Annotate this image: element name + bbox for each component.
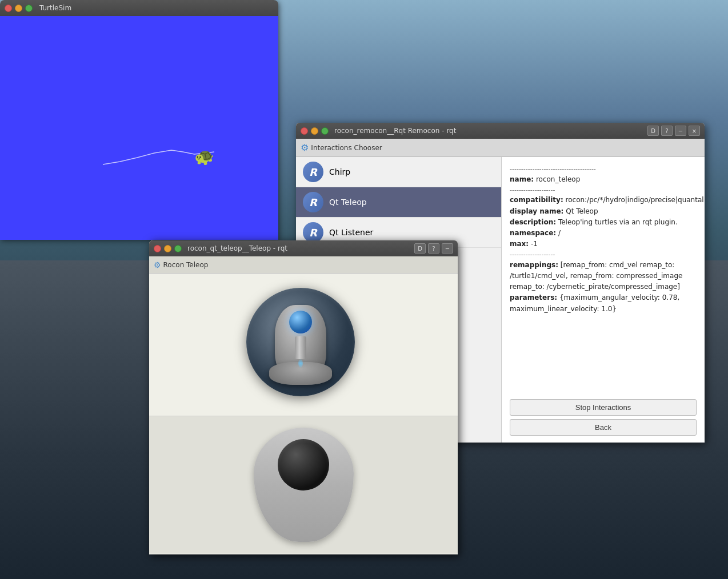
details-panel: -------------------------------------- n… <box>502 157 705 443</box>
interactions-chooser-label: Interactions Chooser <box>311 144 382 152</box>
remocon-titlebar: rocon_remocon__Rqt Remocon - rqt D ? − × <box>296 123 705 139</box>
joystick-ball <box>289 311 312 333</box>
display-name-label: display name: <box>510 207 563 215</box>
teleop-info-btn[interactable]: ? <box>428 243 439 254</box>
turtle-trail <box>0 16 278 240</box>
qt-listener-avatar-letter: R <box>309 227 317 239</box>
turtlesim-canvas: 🐢 <box>0 16 278 240</box>
remappings-row: remappings: [remap_from: cmd_vel remap_t… <box>510 260 697 293</box>
separator-3: -------------------- <box>510 250 697 260</box>
teleop-pin-btn[interactable]: − <box>442 243 453 254</box>
compatibility-row: compatibility: rocon:/pc/*/hydro|indigo/… <box>510 195 697 206</box>
compatibility-value: rocon:/pc/*/hydro|indigo/precise|quantal… <box>566 196 705 204</box>
qt-teleop-avatar-letter: R <box>309 196 317 208</box>
teleop-titlebar-right: D ? − <box>414 243 453 254</box>
details-text-content: -------------------------------------- n… <box>510 164 697 393</box>
remocon-close-btn[interactable] <box>301 127 308 135</box>
name-label: name: <box>510 175 534 183</box>
teleop-title: rocon_qt_teleop__Teleop - rqt <box>187 244 411 252</box>
description-row: description: Teleop'ing turtles via an r… <box>510 217 697 228</box>
max-value: -1 <box>531 240 538 248</box>
remocon-toolbar: ⚙ Interactions Chooser <box>296 139 705 157</box>
chirp-avatar-letter: R <box>309 166 317 178</box>
details-buttons: Stop Interactions Back <box>510 399 697 436</box>
separator-2: -------------------- <box>510 185 697 195</box>
parameters-label: parameters: <box>510 293 557 301</box>
stop-interactions-button[interactable]: Stop Interactions <box>510 399 697 416</box>
namespace-row: namespace: / <box>510 228 697 239</box>
teleop-close-btn[interactable] <box>154 245 161 252</box>
teleop-body <box>149 274 458 553</box>
name-row: name: rocon_teleop <box>510 174 697 185</box>
description-label: description: <box>510 218 556 226</box>
remocon-max-btn[interactable] <box>321 127 329 135</box>
chirp-avatar: R <box>303 162 323 182</box>
remocon-app-icon: ⚙ <box>301 142 309 153</box>
separator-1: -------------------------------------- <box>510 164 697 174</box>
remocon-info-btn[interactable]: ? <box>661 126 673 136</box>
teleop-titlebar: rocon_qt_teleop__Teleop - rqt D ? − <box>149 240 458 256</box>
mouse-body <box>254 428 354 542</box>
interaction-item-chirp[interactable]: R Chirp <box>296 157 501 187</box>
back-button[interactable]: Back <box>510 419 697 436</box>
turtle-sprite: 🐢 <box>194 147 217 170</box>
display-name-value: Qt Teleop <box>566 207 598 215</box>
qt-teleop-avatar: R <box>303 192 323 212</box>
interaction-item-qt-teleop[interactable]: R Qt Teleop <box>296 187 501 218</box>
qt-listener-name: Qt Listener <box>329 228 373 237</box>
turtlesim-close-btn[interactable] <box>5 5 12 12</box>
name-value: rocon_teleop <box>536 175 580 183</box>
teleop-app-icon: ⚙ <box>154 260 161 270</box>
teleop-help-btn[interactable]: D <box>414 243 426 254</box>
max-row: max: -1 <box>510 239 697 250</box>
teleop-max-btn[interactable] <box>174 245 182 252</box>
remocon-close-title-btn[interactable]: × <box>689 126 700 136</box>
description-value: Teleop'ing turtles via an rqt plugin. <box>558 218 678 226</box>
max-label: max: <box>510 240 529 248</box>
remocon-title: rocon_remocon__Rqt Remocon - rqt <box>334 127 644 135</box>
qt-teleop-name: Qt Teleop <box>329 198 367 207</box>
teleop-window-controls <box>154 245 182 252</box>
remocon-help-btn[interactable]: D <box>647 126 659 136</box>
remocon-titlebar-right: D ? − × <box>647 126 700 136</box>
joystick-outer-circle <box>246 288 355 396</box>
remocon-min-btn[interactable] <box>311 127 318 135</box>
namespace-value: / <box>558 229 561 237</box>
remocon-pin-btn[interactable]: − <box>675 126 686 136</box>
turtlesim-window: TurtleSim 🐢 <box>0 0 278 240</box>
teleop-window: rocon_qt_teleop__Teleop - rqt D ? − ⚙ Ro… <box>149 240 458 554</box>
rocon-teleop-label: Rocon Teleop <box>163 261 209 269</box>
joystick-glow <box>298 359 303 368</box>
parameters-row: parameters: {maximum_angular_velocity: 0… <box>510 292 697 314</box>
teleop-min-btn[interactable] <box>164 245 171 252</box>
turtlesim-window-controls <box>5 5 33 12</box>
remocon-window-controls <box>301 127 329 135</box>
mouse-widget[interactable] <box>254 428 354 542</box>
namespace-label: namespace: <box>510 229 556 237</box>
turtlesim-title: TurtleSim <box>39 4 71 12</box>
remappings-label: remappings: <box>510 261 558 269</box>
mouse-trackball-area[interactable] <box>149 416 458 553</box>
turtlesim-max-btn[interactable] <box>25 5 33 12</box>
compatibility-label: compatibility: <box>510 196 563 204</box>
joystick-connector <box>295 336 306 359</box>
joystick-widget[interactable] <box>246 288 361 402</box>
chirp-name: Chirp <box>329 167 350 176</box>
display-name-row: display name: Qt Teleop <box>510 206 697 217</box>
turtlesim-min-btn[interactable] <box>15 5 22 12</box>
mouse-trackball <box>278 439 329 490</box>
teleop-toolbar: ⚙ Rocon Teleop <box>149 256 458 274</box>
joystick-area[interactable] <box>149 274 458 416</box>
turtlesim-titlebar: TurtleSim <box>0 0 278 16</box>
qt-listener-avatar: R <box>303 222 323 243</box>
